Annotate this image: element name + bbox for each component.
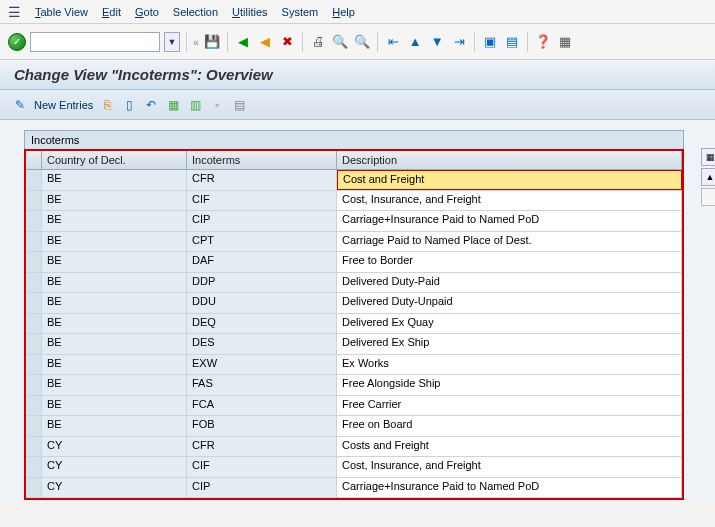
cell-incoterms[interactable]: CPT (187, 232, 337, 252)
cell-incoterms[interactable]: FCA (187, 396, 337, 416)
row-selector[interactable] (26, 252, 42, 272)
cell-incoterms[interactable]: DAF (187, 252, 337, 272)
help-icon[interactable]: ❓ (534, 33, 552, 51)
select-all-icon[interactable]: ▦ (165, 97, 181, 113)
first-page-icon[interactable]: ⇤ (384, 33, 402, 51)
row-selector[interactable] (26, 334, 42, 354)
table-row[interactable]: CYCFRCosts and Freight (26, 437, 682, 458)
cell-incoterms[interactable]: CFR (187, 170, 337, 190)
cell-country[interactable]: CY (42, 437, 187, 457)
cell-country[interactable]: BE (42, 170, 187, 190)
cell-description[interactable]: Carriage+Insurance Paid to Named PoD (337, 211, 682, 231)
cell-country[interactable]: BE (42, 252, 187, 272)
row-selector[interactable] (26, 396, 42, 416)
table-row[interactable]: BEDDPDelivered Duty-Paid (26, 273, 682, 294)
copy-icon[interactable]: ⎘ (99, 97, 115, 113)
cell-description[interactable]: Carriage+Insurance Paid to Named PoD (337, 478, 682, 498)
config-icon[interactable]: ▤ (231, 97, 247, 113)
table-row[interactable]: CYCIPCarriage+Insurance Paid to Named Po… (26, 478, 682, 499)
table-row[interactable]: BEDAFFree to Border (26, 252, 682, 273)
table-row[interactable]: BECFRCost and Freight (26, 170, 682, 191)
cell-incoterms[interactable]: DDU (187, 293, 337, 313)
cell-incoterms[interactable]: CIP (187, 211, 337, 231)
toggle-icon[interactable]: ✎ (12, 97, 28, 113)
table-row[interactable]: BEDDUDelivered Duty-Unpaid (26, 293, 682, 314)
cell-country[interactable]: BE (42, 191, 187, 211)
back-icon[interactable]: ◀ (234, 33, 252, 51)
undo-icon[interactable]: ↶ (143, 97, 159, 113)
table-row[interactable]: BECIFCost, Insurance, and Freight (26, 191, 682, 212)
menu-edit[interactable]: Edit (102, 6, 121, 18)
table-row[interactable]: BEDESDelivered Ex Ship (26, 334, 682, 355)
cell-incoterms[interactable]: FAS (187, 375, 337, 395)
cell-description[interactable]: Free Carrier (337, 396, 682, 416)
cell-description[interactable]: Free Alongside Ship (337, 375, 682, 395)
cell-description[interactable]: Delivered Duty-Paid (337, 273, 682, 293)
cell-country[interactable]: BE (42, 273, 187, 293)
shortcut-icon[interactable]: ▤ (503, 33, 521, 51)
cell-description[interactable]: Costs and Freight (337, 437, 682, 457)
menu-dropdown-icon[interactable]: ☰ (8, 4, 21, 20)
cell-description[interactable]: Delivered Duty-Unpaid (337, 293, 682, 313)
cell-country[interactable]: BE (42, 232, 187, 252)
select-block-icon[interactable]: ▥ (187, 97, 203, 113)
cell-incoterms[interactable]: DDP (187, 273, 337, 293)
cell-description[interactable]: Cost and Freight (337, 170, 682, 190)
cell-description[interactable]: Delivered Ex Ship (337, 334, 682, 354)
cell-country[interactable]: CY (42, 457, 187, 477)
exit-icon[interactable]: ◀ (256, 33, 274, 51)
row-selector[interactable] (26, 232, 42, 252)
new-session-icon[interactable]: ▣ (481, 33, 499, 51)
cell-country[interactable]: BE (42, 211, 187, 231)
cancel-icon[interactable]: ✖ (278, 33, 296, 51)
command-field[interactable] (30, 32, 160, 52)
deselect-icon[interactable]: ▫ (209, 97, 225, 113)
cell-description[interactable]: Carriage Paid to Named Place of Dest. (337, 232, 682, 252)
cell-description[interactable]: Cost, Insurance, and Freight (337, 191, 682, 211)
header-country[interactable]: Country of Decl. (42, 151, 187, 169)
row-selector[interactable] (26, 355, 42, 375)
menu-help[interactable]: Help (332, 6, 355, 18)
cell-country[interactable]: BE (42, 293, 187, 313)
row-selector[interactable] (26, 191, 42, 211)
cell-country[interactable]: BE (42, 314, 187, 334)
cell-description[interactable]: Ex Works (337, 355, 682, 375)
table-row[interactable]: BEFCAFree Carrier (26, 396, 682, 417)
save-icon[interactable]: 💾 (203, 33, 221, 51)
menu-system[interactable]: System (282, 6, 319, 18)
cell-country[interactable]: BE (42, 416, 187, 436)
table-row[interactable]: BEFOBFree on Board (26, 416, 682, 437)
cell-incoterms[interactable]: CIF (187, 457, 337, 477)
cell-incoterms[interactable]: DES (187, 334, 337, 354)
delete-icon[interactable]: ▯ (121, 97, 137, 113)
cell-description[interactable]: Free on Board (337, 416, 682, 436)
enter-button[interactable]: ✓ (8, 33, 26, 51)
row-selector[interactable] (26, 457, 42, 477)
cell-description[interactable]: Cost, Insurance, and Freight (337, 457, 682, 477)
cell-country[interactable]: BE (42, 375, 187, 395)
table-row[interactable]: BEFASFree Alongside Ship (26, 375, 682, 396)
cell-description[interactable]: Delivered Ex Quay (337, 314, 682, 334)
cell-incoterms[interactable]: CFR (187, 437, 337, 457)
scroll-up-icon[interactable]: ▲ (701, 168, 715, 186)
row-selector[interactable] (26, 211, 42, 231)
cell-country[interactable]: BE (42, 355, 187, 375)
menu-table-view[interactable]: Table View (35, 6, 88, 18)
print-icon[interactable]: 🖨 (309, 33, 327, 51)
configure-columns-icon[interactable]: ▦ (701, 148, 715, 166)
row-selector[interactable] (26, 437, 42, 457)
cell-incoterms[interactable]: DEQ (187, 314, 337, 334)
row-selector[interactable] (26, 375, 42, 395)
header-select[interactable] (26, 151, 42, 169)
command-dropdown[interactable]: ▼ (164, 32, 180, 52)
row-selector[interactable] (26, 170, 42, 190)
next-page-icon[interactable]: ▼ (428, 33, 446, 51)
row-selector[interactable] (26, 478, 42, 498)
row-selector[interactable] (26, 273, 42, 293)
menu-utilities[interactable]: Utilities (232, 6, 267, 18)
table-row[interactable]: BEDEQDelivered Ex Quay (26, 314, 682, 335)
scrollbar-thumb[interactable] (701, 188, 715, 206)
row-selector[interactable] (26, 293, 42, 313)
row-selector[interactable] (26, 314, 42, 334)
table-row[interactable]: BECIPCarriage+Insurance Paid to Named Po… (26, 211, 682, 232)
